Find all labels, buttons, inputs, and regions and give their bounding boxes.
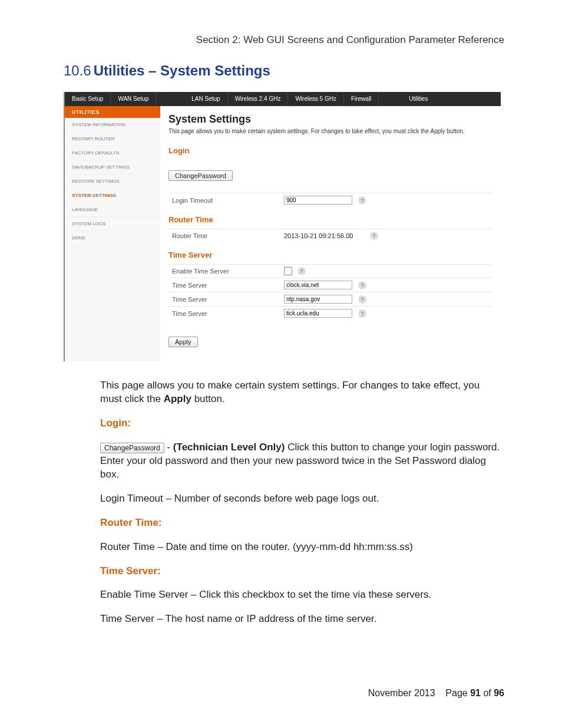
page-footer: November 2013 Page 91 of 96 — [368, 688, 504, 699]
sidebar-item-language[interactable]: LANGUAGE — [65, 203, 160, 217]
change-password-button[interactable]: ChangePassword — [168, 170, 233, 181]
section-router-time: Router Time — [168, 215, 492, 224]
section-header: Section 2: Web GUI Screens and Configura… — [64, 34, 504, 46]
row-enable-time-server: Enable Time Server ? — [168, 264, 492, 278]
tab-wan-setup[interactable]: WAN Setup — [111, 92, 156, 106]
tab-wireless-5[interactable]: Wireless 5 GHz — [288, 92, 343, 106]
enable-time-server-checkbox[interactable] — [284, 267, 292, 275]
row-time-server-2: Time Server ? — [168, 292, 492, 306]
help-icon[interactable]: ? — [358, 295, 366, 304]
sidebar-item-system-information[interactable]: SYSTEM INFORMATION — [65, 118, 160, 132]
heading-title: Utilities – System Settings — [94, 62, 270, 78]
apply-button[interactable]: Apply — [168, 337, 198, 347]
help-icon[interactable]: ? — [358, 281, 366, 289]
sidebar-item-system-settings[interactable]: SYSTEM SETTINGS — [65, 189, 160, 203]
paragraph-change-password: ChangePassword - (Technician Level Only)… — [100, 441, 501, 482]
main-panel: System Settings This page allows you to … — [160, 106, 501, 361]
router-time-label: Router Time — [168, 232, 284, 239]
row-time-server-1: Time Server ? — [168, 278, 492, 292]
heading-number: 10.6 — [64, 62, 91, 78]
screenshot-panel: Basic Setup WAN Setup LAN Setup Wireless… — [64, 92, 501, 361]
section-time-server: Time Server — [168, 251, 492, 259]
help-icon[interactable]: ? — [297, 267, 306, 275]
paragraph-time-server: Time Server – The host name or IP addres… — [100, 612, 501, 626]
panel-title: System Settings — [168, 113, 492, 126]
login-timeout-input[interactable] — [284, 196, 352, 205]
paragraph-intro: This page allows you to make certain sys… — [100, 379, 501, 406]
time-server-input-1[interactable] — [284, 281, 352, 289]
time-server-input-3[interactable] — [284, 309, 352, 318]
page-heading: 10.6Utilities – System Settings — [64, 62, 504, 79]
subheading-time-server: Time Server: — [100, 565, 501, 578]
tab-utilities[interactable]: Utilities — [379, 92, 458, 106]
tab-wireless-24[interactable]: Wireless 2.4 GHz — [228, 92, 289, 106]
subheading-login: Login: — [100, 417, 501, 430]
section-login: Login — [168, 146, 492, 155]
top-nav: Basic Setup WAN Setup LAN Setup Wireless… — [65, 92, 501, 106]
change-password-inline-button: ChangePassword — [100, 443, 164, 453]
help-icon[interactable]: ? — [358, 196, 366, 205]
sidebar-heading: UTILITIES — [65, 106, 160, 118]
row-time-server-3: Time Server ? — [168, 306, 492, 320]
sidebar-item-system-logs[interactable]: SYSTEM LOGS — [65, 217, 160, 231]
enable-time-server-label: Enable Time Server — [168, 268, 284, 275]
sidebar-item-factory-defaults[interactable]: FACTORY DEFAULTS — [65, 146, 160, 160]
help-icon[interactable]: ? — [370, 232, 378, 240]
sidebar-item-save-backup[interactable]: SAVE/BACKUP SETTINGS — [65, 160, 160, 174]
subheading-router-time: Router Time: — [100, 516, 501, 530]
tab-basic-setup[interactable]: Basic Setup — [65, 92, 111, 106]
paragraph-enable-time-server: Enable Time Server – Click this checkbox… — [100, 588, 501, 602]
login-timeout-label: Login Timeout — [168, 197, 284, 204]
sidebar-item-restart-router[interactable]: RESTART ROUTER — [65, 132, 160, 146]
tab-lan-setup[interactable]: LAN Setup — [184, 92, 227, 106]
row-login-timeout: Login Timeout ? — [168, 193, 492, 207]
paragraph-login-timeout: Login Timeout – Number of seconds before… — [100, 492, 501, 506]
time-server-input-2[interactable] — [284, 295, 352, 304]
help-icon[interactable]: ? — [358, 309, 366, 318]
paragraph-router-time: Router Time – Date and time on the route… — [100, 541, 501, 554]
document-body: This page allows you to make certain sys… — [100, 379, 501, 626]
time-server-label: Time Server — [168, 310, 284, 317]
router-time-value: 2013-10-21 09:21:56.00 — [284, 232, 353, 239]
sidebar-item-restore-settings[interactable]: RESTORE SETTINGS — [65, 174, 160, 189]
panel-desc: This page allows you to make certain sys… — [168, 128, 492, 134]
time-server-label: Time Server — [168, 296, 284, 303]
sidebar: UTILITIES SYSTEM INFORMATION RESTART ROU… — [65, 106, 160, 361]
sidebar-item-ddns[interactable]: DDNS — [65, 231, 160, 245]
tab-firewall[interactable]: Firewall — [344, 92, 379, 106]
time-server-label: Time Server — [168, 282, 284, 289]
row-router-time: Router Time 2013-10-21 09:21:56.00 ? — [168, 229, 492, 242]
